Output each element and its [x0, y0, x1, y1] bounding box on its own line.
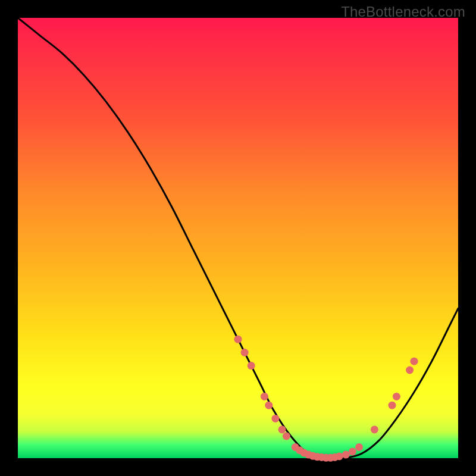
curve-marker: [371, 425, 378, 433]
curve-marker: [342, 451, 350, 459]
curve-marker: [336, 453, 343, 461]
curve-marker: [355, 443, 363, 451]
plot-area: [18, 18, 458, 458]
curve-marker: [271, 415, 279, 422]
curve-marker: [349, 447, 356, 455]
curve-marker: [411, 358, 418, 365]
curve-marker: [261, 393, 268, 400]
curve-marker: [234, 336, 242, 343]
curve-marker: [241, 349, 249, 356]
curve-markers: [234, 336, 418, 462]
curve-marker: [393, 393, 400, 400]
curve-marker: [278, 425, 286, 433]
bottleneck-curve: [18, 18, 458, 459]
curve-marker: [265, 402, 273, 409]
curve-svg: [18, 18, 458, 458]
outer-frame: TheBottleneck.com: [0, 0, 476, 476]
curve-marker: [389, 402, 396, 409]
curve-marker: [406, 367, 414, 374]
curve-marker: [283, 433, 290, 440]
curve-marker: [248, 362, 255, 369]
